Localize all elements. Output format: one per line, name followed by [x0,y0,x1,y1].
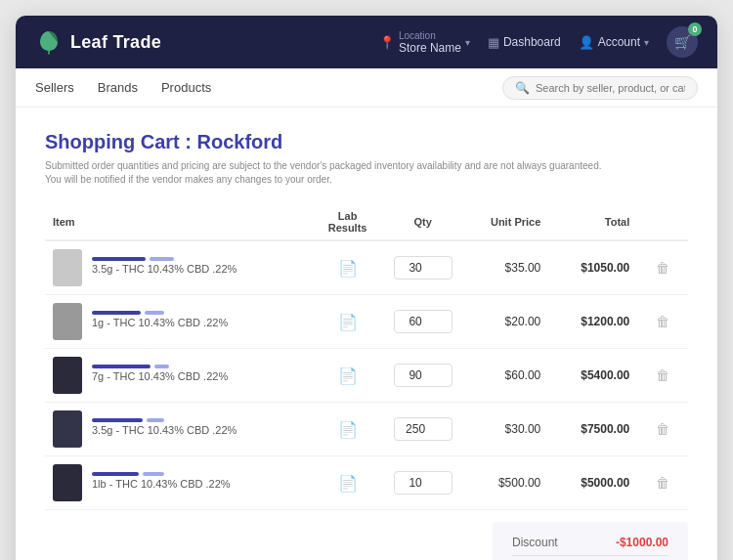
summary-box: Discount -$1000.00 Subtotal $19,150.00 [493,522,688,560]
user-icon: 👤 [579,35,594,50]
item-name-2: 1g - THC 10.43% CBD .22% [92,317,228,328]
search-icon: 🔍 [515,81,530,95]
qty-cell-4 [386,403,460,456]
thc-bar-wrap-1 [92,257,237,261]
account-nav[interactable]: 👤 Account ▾ [579,35,649,50]
item-name-3: 7g - THC 10.43% CBD .22% [92,370,228,382]
item-name-4: 3.5g - THC 10.43% CBD .22% [92,424,237,436]
delete-button-2[interactable]: 🗑 [656,314,669,329]
table-row: 1g - THC 10.43% CBD .22% 📄 $20.00 $1200.… [45,295,688,349]
lab-icon-3[interactable]: 📄 [318,366,378,385]
location-nav[interactable]: 📍 Location Store Name ▾ [379,30,470,55]
qty-input-5[interactable] [394,471,453,495]
logo-icon [35,28,63,56]
delete-cell-1: 🗑 [637,240,688,295]
cart-table: Item Lab Results Qty Unit Price Total [45,204,688,510]
price-cell-3: $60.00 [460,349,549,403]
price-cell-5: $500.00 [460,456,549,510]
search-input[interactable] [536,82,685,94]
store-highlight: Rockford [197,131,283,152]
thc-bar-5 [92,472,139,476]
item-cell-5: 1lb - THC 10.43% CBD .22% [45,456,310,510]
dashboard-nav[interactable]: ▦ Dashboard [488,35,561,50]
col-header-qty: Qty [386,204,460,240]
subnav-sellers[interactable]: Sellers [35,76,74,99]
table-row: 1lb - THC 10.43% CBD .22% 📄 $500.00 $500… [45,456,688,510]
lab-icon-4[interactable]: 📄 [318,420,378,439]
col-header-del [637,204,688,240]
table-row: 3.5g - THC 10.43% CBD .22% 📄 $30.00 $750… [45,403,688,456]
price-cell-4: $30.00 [460,403,549,456]
thc-bar-wrap-4 [92,418,237,422]
item-thumb-5 [53,464,82,501]
item-cell-2: 1g - THC 10.43% CBD .22% [45,295,310,349]
thc-bar-3 [92,365,151,368]
qty-cell-3 [386,349,460,403]
qty-input-2[interactable] [394,310,453,333]
lab-icon-2[interactable]: 📄 [318,313,378,331]
delete-cell-3: 🗑 [637,349,688,403]
lab-cell-1: 📄 [310,240,386,295]
delete-cell-4: 🗑 [637,403,688,456]
item-thumb-1 [53,249,82,286]
item-info-3: 7g - THC 10.43% CBD .22% [92,365,228,386]
thc-bar-wrap-2 [92,311,228,315]
delete-button-3[interactable]: 🗑 [656,367,669,383]
main-content: Shopping Cart : Rockford Submitted order… [16,108,717,560]
qty-cell-5 [386,456,460,510]
delete-button-4[interactable]: 🗑 [656,421,669,437]
table-row: 3.5g - THC 10.43% CBD .22% 📄 $35.00 $105… [45,240,688,295]
item-cell-1: 3.5g - THC 10.43% CBD .22% [45,240,310,295]
discount-line: Discount -$1000.00 [512,532,668,553]
item-thumb-3 [53,357,82,394]
subnav-brands[interactable]: Brands [98,76,138,99]
cbd-bar-1 [150,257,174,261]
item-info-4: 3.5g - THC 10.43% CBD .22% [92,418,237,440]
price-cell-1: $35.00 [460,240,549,295]
qty-cell-1 [386,240,460,295]
total-cell-4: $7500.00 [548,403,637,456]
thc-bar-1 [92,257,146,261]
dashboard-icon: ▦ [488,35,499,50]
chevron-down-icon: ▾ [465,37,470,48]
app-window: Leaf Trade 📍 Location Store Name ▾ ▦ Das… [16,16,717,560]
page-subtitle: Submitted order quantities and pricing a… [45,159,612,187]
item-cell-4: 3.5g - THC 10.43% CBD .22% [45,403,310,456]
discount-value: -$1000.00 [616,536,668,549]
lab-cell-4: 📄 [310,403,386,456]
item-name-5: 1lb - THC 10.43% CBD .22% [92,478,231,490]
cart-button[interactable]: 🛒 0 [667,26,698,58]
delete-button-5[interactable]: 🗑 [656,475,669,491]
thc-bar-wrap-3 [92,365,228,368]
header: Leaf Trade 📍 Location Store Name ▾ ▦ Das… [16,16,717,68]
qty-input-1[interactable] [394,256,453,280]
lab-icon-1[interactable]: 📄 [318,259,378,278]
page-title: Shopping Cart : Rockford [45,131,688,153]
summary-row: Discount -$1000.00 Subtotal $19,150.00 [45,522,688,560]
item-info-5: 1lb - THC 10.43% CBD .22% [92,472,231,494]
logo-area: Leaf Trade [35,28,379,56]
qty-cell-2 [386,295,460,349]
item-thumb-4 [53,410,82,448]
search-bar[interactable]: 🔍 [502,76,698,100]
subnav: Sellers Brands Products 🔍 [16,68,717,108]
col-header-lab: Lab Results [310,204,386,240]
col-header-price: Unit Price [460,204,549,240]
location-icon: 📍 [379,35,395,50]
delete-button-1[interactable]: 🗑 [656,260,669,276]
thc-bar-4 [92,418,143,422]
table-row: 7g - THC 10.43% CBD .22% 📄 $60.00 $5400.… [45,349,688,403]
lab-icon-5[interactable]: 📄 [318,474,378,493]
qty-input-4[interactable] [394,417,453,441]
price-cell-2: $20.00 [460,295,549,349]
cbd-bar-2 [145,311,164,315]
thc-bar-2 [92,311,141,315]
cbd-bar-4 [147,418,164,422]
subnav-links: Sellers Brands Products [35,76,502,99]
item-info-1: 3.5g - THC 10.43% CBD .22% [92,257,237,279]
discount-label: Discount [512,536,558,549]
subnav-products[interactable]: Products [161,76,211,99]
qty-input-3[interactable] [394,364,453,387]
cart-count: 0 [688,22,702,36]
lab-cell-5: 📄 [310,456,386,510]
